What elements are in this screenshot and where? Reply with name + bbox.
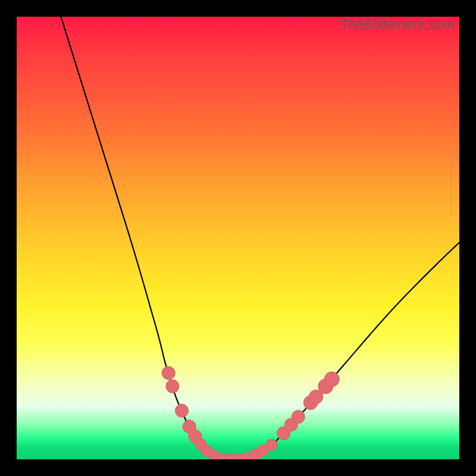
curve-marker [162, 367, 175, 380]
watermark-text: TheBottleneck.com [340, 17, 455, 32]
markers-group [162, 367, 339, 459]
chart-frame: TheBottleneck.com [0, 0, 476, 476]
curve-marker [166, 380, 179, 393]
curve-marker [324, 372, 339, 387]
chart-svg [17, 17, 459, 459]
curve-marker [292, 410, 305, 423]
bottleneck-curve [61, 17, 459, 459]
curve-marker [175, 404, 188, 417]
curve-marker [266, 439, 277, 450]
plot-area [17, 17, 459, 459]
